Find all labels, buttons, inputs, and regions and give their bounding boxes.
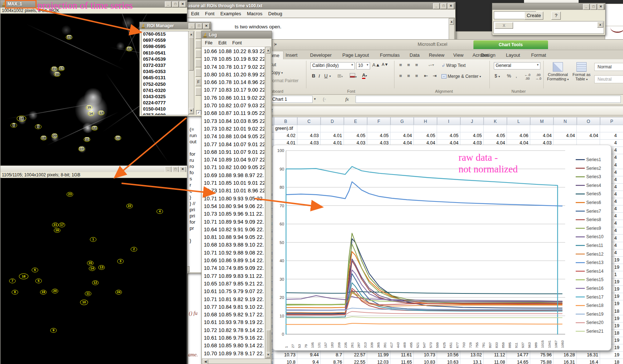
close-icon[interactable]: ✕ <box>598 4 604 10</box>
roi-list-item[interactable]: 0345-0353 <box>142 69 189 75</box>
scroll-up-icon[interactable]: ▲ <box>189 32 194 37</box>
align-center-icon[interactable]: ≡ <box>407 73 410 79</box>
minimize-icon[interactable]: _ <box>583 4 590 10</box>
roi-outline[interactable]: 10 <box>78 147 85 151</box>
menu-item-font[interactable]: Font <box>202 10 217 17</box>
roi-outline[interactable]: 15 <box>87 261 94 265</box>
legend-label-series7[interactable]: Series7 <box>586 209 601 214</box>
column-header-O[interactable]: O <box>577 117 600 125</box>
log-hscrollbar[interactable]: ◀ <box>202 359 271 364</box>
conditional-formatting-button[interactable]: Conditional Formatting ▾ <box>546 61 570 91</box>
chart-series-series9[interactable] <box>286 244 562 305</box>
scroll-up-icon[interactable]: ▲ <box>449 19 454 25</box>
align-middle-icon[interactable]: ≡ <box>407 62 410 68</box>
scroll-up-icon[interactable]: ▲ <box>266 48 270 53</box>
close-icon[interactable]: ✕ <box>448 3 454 9</box>
legend-label-series14[interactable]: Series14 <box>586 269 604 274</box>
name-box-dropdown-icon[interactable]: ▾ <box>314 97 316 101</box>
roi-outline[interactable]: 11 <box>84 137 90 142</box>
minimize-icon[interactable]: _ <box>189 23 195 29</box>
macro-editor-titlebar[interactable]: measure all ROIs through time v100.txt <box>174 2 455 9</box>
insert-function-cancel-icon[interactable]: (◦ <box>323 96 326 102</box>
formula-input[interactable] <box>356 96 621 103</box>
minimize-icon[interactable]: _ <box>165 1 171 7</box>
roi-list-item[interactable]: 0697-0559 <box>142 37 189 44</box>
column-header-N[interactable]: N <box>553 117 577 125</box>
cell-style-normal[interactable]: Normal <box>594 63 623 71</box>
column-header-F[interactable]: F <box>367 117 390 125</box>
roi-list-item[interactable]: 0610-0541 <box>142 50 189 56</box>
stack-image-canvas[interactable]: 232242117161236151314187512819201124109 <box>0 178 187 364</box>
roi-list-item[interactable]: 0574-0539 <box>142 56 189 63</box>
number-format-combo[interactable]: General▾ <box>494 62 540 69</box>
tab-formulas[interactable]: Formulas <box>376 51 403 59</box>
format-as-table-button[interactable]: Format as Table ▾ <box>571 61 592 91</box>
tab-data[interactable]: Data <box>406 51 423 59</box>
legend-label-series4[interactable]: Series4 <box>586 183 601 188</box>
legend-label-series8[interactable]: Series8 <box>586 217 601 222</box>
tab-chart-tools-design[interactable]: Design <box>477 51 499 59</box>
comma-icon[interactable]: , <box>516 73 517 79</box>
maximize-icon[interactable]: □ <box>440 3 447 9</box>
roi-outline[interactable]: 8 <box>12 290 18 295</box>
chart-series-series13[interactable] <box>286 182 562 206</box>
tab-view[interactable]: View <box>450 51 467 59</box>
roi-outline[interactable]: 24 <box>115 290 122 295</box>
wrap-text-button[interactable]: ↲ Wrap Text <box>441 63 466 68</box>
menu-item-edit[interactable]: Edit <box>215 39 229 46</box>
tab-insert[interactable]: Insert <box>282 51 301 59</box>
menu-item-debug[interactable]: Debug <box>265 10 285 17</box>
roi-outline[interactable]: 23 <box>66 35 72 40</box>
decrease-indent-icon[interactable]: ⇤ <box>424 73 428 79</box>
italic-button[interactable]: I <box>318 73 320 79</box>
column-header-K[interactable]: K <box>484 117 507 125</box>
increase-decimal-icon[interactable]: ←.0.00 <box>524 73 531 80</box>
legend-label-series11[interactable]: Series11 <box>586 243 603 248</box>
roi-outline[interactable]: 6 <box>32 268 38 272</box>
scroll-down-icon[interactable]: ▼ <box>266 352 270 358</box>
stack-image-titlebar[interactable] <box>0 166 187 172</box>
legend-label-series19[interactable]: Series19 <box>586 312 604 317</box>
cell-style-neutral[interactable]: Neutral <box>594 75 623 83</box>
roi-outline[interactable]: 7 <box>9 279 16 283</box>
roi-outline[interactable]: 2 <box>131 247 137 252</box>
menu-item-edit[interactable]: Edit <box>188 10 202 17</box>
roi-outline[interactable]: 20 <box>51 133 58 138</box>
roi-list-item[interactable]: 0150-0410 <box>142 106 189 112</box>
legend-label-series9[interactable]: Series9 <box>586 226 601 231</box>
legend-label-series1[interactable]: Series1 <box>586 157 601 162</box>
legend-label-series3[interactable]: Series3 <box>586 174 601 179</box>
legend-label-series12[interactable]: Series12 <box>586 252 604 257</box>
column-header-J[interactable]: J <box>460 117 484 125</box>
scroll-down-icon[interactable]: ▼ <box>189 108 194 114</box>
align-top-icon[interactable]: ≡ <box>399 62 402 68</box>
border-button[interactable]: ⊞▾ <box>337 73 343 79</box>
roi-outline[interactable]: 5 <box>35 279 42 283</box>
column-header-L[interactable]: L <box>507 117 530 125</box>
roi-outline[interactable]: 24 <box>115 136 121 140</box>
name-box[interactable]: Chart 1 <box>270 96 313 103</box>
tab-developer[interactable]: Developer <box>306 51 335 59</box>
chart-series-series18[interactable] <box>286 323 562 324</box>
roi-outline[interactable]: 22 <box>126 47 132 51</box>
menu-item-font[interactable]: Font <box>229 39 245 46</box>
fx-icon[interactable]: fx <box>345 96 349 102</box>
chart-series-series3[interactable] <box>286 233 562 305</box>
roi-list-item[interactable]: 0741-0320 <box>142 88 189 94</box>
roi-outline[interactable]: 4 <box>156 209 163 214</box>
roi-list-item[interactable]: 0752-0250 <box>142 81 189 88</box>
roi-outline[interactable]: 21 <box>51 67 57 71</box>
percent-icon[interactable]: % <box>507 73 511 79</box>
shrink-font-icon[interactable]: A▼ <box>382 62 388 67</box>
roi-outline[interactable]: 17 <box>59 223 65 227</box>
roi-outline[interactable]: 14 <box>88 111 94 116</box>
roi-outline[interactable]: 21 <box>52 223 59 227</box>
roi-outline[interactable]: 19 <box>40 136 47 140</box>
roi-outline[interactable]: 23 <box>67 192 73 197</box>
roi-list-item[interactable]: 0598-0595 <box>142 44 189 50</box>
minimize-icon[interactable]: _ <box>433 3 440 9</box>
log-text[interactable]: 10.66 10.88 10.22 8.93 22.10.78 10.85 10… <box>202 47 265 359</box>
roi-list-item[interactable]: 0372-0337 <box>142 63 189 69</box>
tab-chart-tools-format[interactable]: Format <box>527 51 549 59</box>
close-icon[interactable]: ✕ <box>179 167 186 172</box>
